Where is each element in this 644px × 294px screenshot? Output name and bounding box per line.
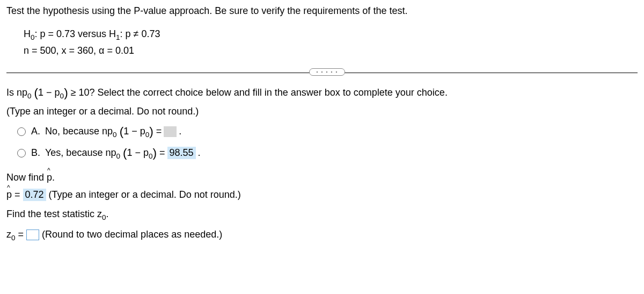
intro-text: Test the hypothesis using the P-value ap… <box>6 5 638 17</box>
choice-a-text: No, because np0 (1 − p0) = . <box>45 125 181 139</box>
z0-input[interactable] <box>26 230 39 240</box>
divider-handle[interactable]: • • • • • <box>309 68 345 76</box>
choice-a-input[interactable] <box>164 126 177 137</box>
choice-b-row: B. Yes, because np0 (1 − p0) = 98.55 . <box>6 146 638 160</box>
instruction-1: (Type an integer or a decimal. Do not ro… <box>6 106 638 117</box>
choice-a-row: A. No, because np0 (1 − p0) = . <box>6 125 638 139</box>
phat-answer-line: ^p = 0.72 (Type an integer or a decimal.… <box>6 189 638 201</box>
radio-b[interactable] <box>17 149 26 157</box>
hypothesis-line: H0: p = 0.73 versus H1: p ≠ 0.73 <box>24 26 638 43</box>
section-find-phat: Now find ^p. <box>6 172 638 183</box>
section-divider: • • • • • <box>6 67 638 78</box>
choice-b-text: Yes, because np0 (1 − p0) = 98.55 . <box>45 146 201 160</box>
choice-b-input[interactable]: 98.55 <box>167 147 196 159</box>
choice-a-label: A. <box>31 126 45 137</box>
radio-a[interactable] <box>17 127 26 136</box>
choice-b-label: B. <box>31 147 45 159</box>
question-np0: Is np0 (1 − p0) ≥ 10? Select the correct… <box>6 83 638 103</box>
z0-answer-line: z0 = (Round to two decimal places as nee… <box>6 229 638 242</box>
parameters-line: n = 500, x = 360, α = 0.01 <box>24 43 638 59</box>
section-find-z0: Find the test statistic z0. <box>6 209 638 221</box>
phat-input[interactable]: 0.72 <box>23 189 46 201</box>
hypothesis-block: H0: p = 0.73 versus H1: p ≠ 0.73 n = 500… <box>6 26 638 59</box>
